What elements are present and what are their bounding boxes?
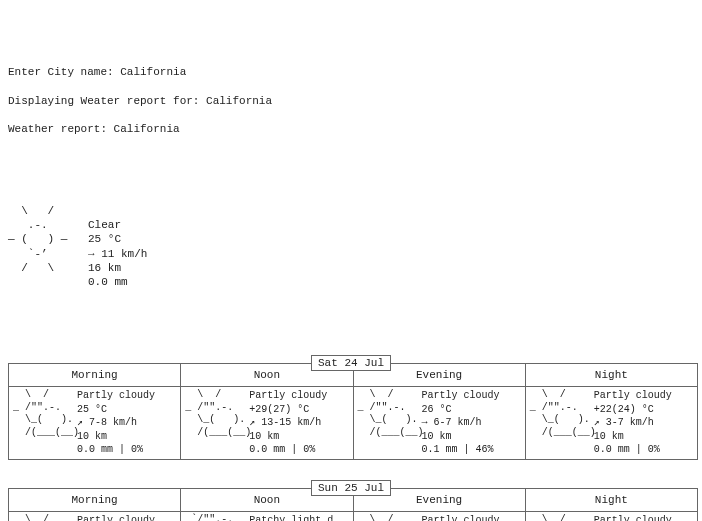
cell-temp: 25 °C [77,403,155,417]
forecast-cell: \ / _ /"".-. \_( ). /(___(__)Partly clou… [353,512,525,521]
partly-cloudy-icon: \ / _ /"".-. \_( ). /(___(__) [358,514,418,521]
current-art: \ / .-. ― ( ) ― `-’ / \ [8,204,88,290]
cell-visibility: 10 km [422,430,500,444]
current-temp: 25 °C [88,233,121,245]
cell-condition: Partly cloudy [249,389,327,403]
forecast-info: Patchy light d…+28(27) °C↗ 12-14 km/h8 k… [249,514,339,521]
forecast-info: Partly cloudy+22(24) °C↗ 3-7 km/h10 km0.… [594,389,672,457]
forecast-info: Partly cloudy+26(25) °C↗ 6-8 km/h10 km0.… [77,514,155,521]
input-value: California [120,66,186,78]
period-header: Night [525,363,697,386]
forecast-cell: \ / _ /"".-. \_( ). /(___(__)Partly clou… [9,512,181,521]
date-label: Sat 24 Jul [311,355,391,371]
current-wind: → 11 km/h [88,248,147,260]
cell-wind: ↗ 7-8 km/h [77,416,155,430]
partly-cloudy-icon: \ / _ /"".-. \_( ). /(___(__) [530,514,590,521]
cell-visibility: 10 km [594,430,672,444]
forecast-info: Partly cloudy+24(25) °C→ 4-7 km/h9 km0.3… [422,514,500,521]
forecast-cell: _`/"".-. ,\_( ). /(___(__) ‘ ‘ ‘ ‘Patchy… [181,512,353,521]
partly-cloudy-icon: \ / _ /"".-. \_( ). /(___(__) [185,389,245,457]
forecast-info: Partly cloudy+29(27) °C↗ 13-15 km/h10 km… [249,389,327,457]
cell-wind: ↗ 3-7 km/h [594,416,672,430]
cell-condition: Partly cloudy [422,389,500,403]
current-precip: 0.0 mm [88,276,128,288]
cell-condition: Partly cloudy [422,514,500,521]
period-header: Night [525,488,697,511]
current-weather: \ / .-. ― ( ) ― `-’ / \ Clear 25 °C → 11… [8,175,694,304]
partly-cloudy-icon: \ / _ /"".-. \_( ). /(___(__) [13,389,73,457]
cell-visibility: 10 km [249,430,327,444]
forecast-info: Partly cloudy20 °C↖ 5-10 km/h10 km0.0 mm… [594,514,672,521]
period-header: Morning [9,488,181,511]
date-label: Sun 25 Jul [311,480,391,496]
forecast-cell: \ / _ /"".-. \_( ). /(___(__)Partly clou… [9,387,181,460]
forecast-cell: \ / _ /"".-. \_( ). /(___(__)Partly clou… [525,512,697,521]
current-info: Clear 25 °C → 11 km/h 16 km 0.0 mm [88,204,147,290]
period-header: Morning [9,363,181,386]
report-line: Weather report: California [8,122,694,136]
cell-wind: → 6-7 km/h [422,416,500,430]
forecast-cell: \ / _ /"".-. \_( ). /(___(__)Partly clou… [181,387,353,460]
partly-cloudy-icon: \ / _ /"".-. \_( ). /(___(__) [13,514,73,521]
cell-precip: 0.0 mm | 0% [77,443,155,457]
forecast-table: MorningNoonEveningNight \ / _ /"".-. \_(… [8,363,698,460]
forecast-info: Partly cloudy26 °C→ 6-7 km/h10 km0.1 mm … [422,389,500,457]
cell-temp: +22(24) °C [594,403,672,417]
cell-temp: +29(27) °C [249,403,327,417]
forecast-cell: \ / _ /"".-. \_( ). /(___(__)Partly clou… [525,387,697,460]
partly-cloudy-icon: \ / _ /"".-. \_( ). /(___(__) [530,389,590,457]
forecast-cell: \ / _ /"".-. \_( ). /(___(__)Partly clou… [353,387,525,460]
input-prompt-line: Enter City name: California [8,65,694,79]
cell-precip: 0.1 mm | 46% [422,443,500,457]
cell-condition: Partly cloudy [594,389,672,403]
day-block: Sun 25 JulMorningNoonEveningNight \ / _ … [8,472,694,521]
current-condition: Clear [88,219,121,231]
cell-condition: Partly cloudy [77,514,155,521]
cell-temp: 26 °C [422,403,500,417]
partly-cloudy-icon: \ / _ /"".-. \_( ). /(___(__) [358,389,418,457]
forecast-info: Partly cloudy25 °C↗ 7-8 km/h10 km0.0 mm … [77,389,155,457]
day-block: Sat 24 JulMorningNoonEveningNight \ / _ … [8,347,694,460]
displaying-line: Displaying Weater report for: California [8,94,694,108]
cell-condition: Partly cloudy [594,514,672,521]
cell-condition: Patchy light d… [249,514,339,521]
cell-condition: Partly cloudy [77,389,155,403]
cell-precip: 0.0 mm | 0% [594,443,672,457]
current-visibility: 16 km [88,262,121,274]
cell-precip: 0.0 mm | 0% [249,443,327,457]
cell-wind: ↗ 13-15 km/h [249,416,327,430]
cell-visibility: 10 km [77,430,155,444]
patchy-rain-icon: _`/"".-. ,\_( ). /(___(__) ‘ ‘ ‘ ‘ [185,514,245,521]
input-prompt: Enter City name: [8,66,120,78]
